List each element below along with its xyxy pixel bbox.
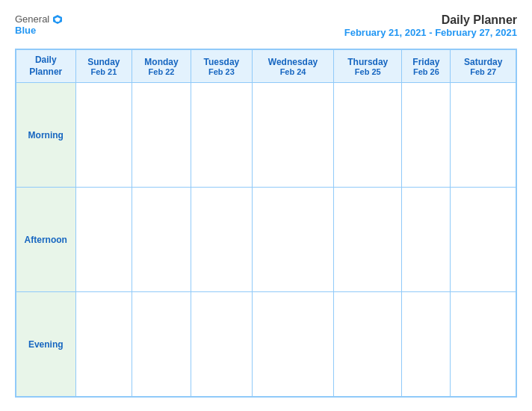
afternoon-row: Afternoon (16, 188, 516, 292)
morning-saturday[interactable] (451, 83, 516, 188)
logo-general-text: General (15, 13, 49, 25)
title-area: Daily Planner February 21, 2021 - Februa… (344, 13, 517, 38)
date-range: February 21, 2021 - February 27, 2021 (344, 27, 517, 38)
morning-sunday[interactable] (75, 83, 132, 188)
afternoon-label: Afternoon (16, 188, 75, 292)
page-header: General Blue Daily Planner February 21, … (15, 13, 517, 38)
evening-row: Evening (16, 292, 516, 397)
evening-label: Evening (16, 292, 75, 397)
col-header-tuesday: Tuesday Feb 23 (191, 49, 252, 83)
morning-thursday[interactable] (334, 83, 402, 188)
daily-planner-header-cell: Daily Planner (16, 49, 75, 83)
morning-friday[interactable] (402, 83, 451, 188)
morning-row: Morning (16, 83, 516, 188)
col-header-wednesday: Wednesday Feb 24 (252, 49, 333, 83)
col-header-sunday: Sunday Feb 21 (75, 49, 132, 83)
morning-monday[interactable] (132, 83, 191, 188)
afternoon-saturday[interactable] (451, 188, 516, 292)
morning-label: Morning (16, 83, 75, 188)
evening-friday[interactable] (402, 292, 451, 397)
calendar-table: Daily Planner Sunday Feb 21 Monday Feb 2… (15, 49, 517, 398)
col-header-monday: Monday Feb 22 (132, 49, 191, 83)
logo-blue-text: Blue (15, 25, 36, 36)
afternoon-friday[interactable] (402, 188, 451, 292)
logo-area: General Blue (15, 13, 63, 36)
morning-wednesday[interactable] (252, 83, 333, 188)
afternoon-thursday[interactable] (334, 188, 402, 292)
general-blue-icon (52, 14, 63, 25)
col-header-thursday: Thursday Feb 25 (334, 49, 402, 83)
evening-tuesday[interactable] (191, 292, 252, 397)
afternoon-monday[interactable] (132, 188, 191, 292)
afternoon-wednesday[interactable] (252, 188, 333, 292)
evening-saturday[interactable] (451, 292, 516, 397)
evening-wednesday[interactable] (252, 292, 333, 397)
evening-thursday[interactable] (334, 292, 402, 397)
planner-title: Daily Planner (344, 13, 517, 27)
afternoon-tuesday[interactable] (191, 188, 252, 292)
col-header-saturday: Saturday Feb 27 (451, 49, 516, 83)
evening-monday[interactable] (132, 292, 191, 397)
col-header-friday: Friday Feb 26 (402, 49, 451, 83)
morning-tuesday[interactable] (191, 83, 252, 188)
evening-sunday[interactable] (75, 292, 132, 397)
column-header-row: Daily Planner Sunday Feb 21 Monday Feb 2… (16, 49, 516, 83)
afternoon-sunday[interactable] (75, 188, 132, 292)
